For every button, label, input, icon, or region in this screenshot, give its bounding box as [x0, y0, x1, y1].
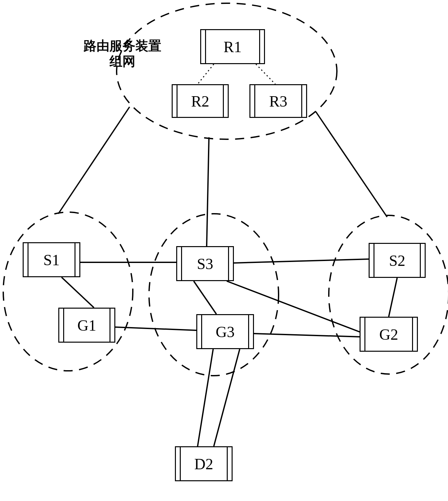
node-label: S1 — [43, 251, 60, 269]
group-ellipse-0 — [117, 3, 337, 139]
edge-dotted-R1-R2 — [198, 64, 214, 84]
node-label: G3 — [216, 323, 235, 341]
node-R3: R3 — [249, 84, 307, 118]
edge-ellipse0_bot-ellipse2_top — [207, 137, 209, 246]
title-line-0: 路由服务装置 — [84, 38, 161, 54]
node-label: R1 — [224, 38, 242, 56]
node-G1: G1 — [58, 308, 115, 343]
node-label: S3 — [197, 255, 213, 273]
node-S1: S1 — [23, 242, 80, 277]
node-R2: R2 — [172, 84, 229, 118]
edge-G3_bot_b-D2_top_b — [214, 349, 240, 446]
edge-S2_bot-G2_top — [389, 278, 397, 317]
edge-S3_right-S2_left — [234, 259, 369, 263]
group-ellipse-2 — [149, 214, 279, 376]
node-S2: S2 — [369, 243, 426, 278]
title-line-1: 组网 — [84, 54, 161, 69]
edge-S3_bot_a-G3_top_a — [194, 281, 216, 314]
node-R1: R1 — [200, 29, 265, 64]
edge-G3_right-G2_left — [254, 334, 360, 337]
edge-dotted-R1-R3 — [256, 64, 275, 84]
node-label: G2 — [379, 325, 398, 343]
node-S3: S3 — [176, 246, 234, 281]
edge-S1_bot-G1_top — [62, 277, 94, 308]
node-label: G1 — [77, 316, 97, 334]
group-ellipse-1 — [3, 212, 133, 371]
node-G2: G2 — [360, 317, 418, 352]
edge-G3_bot_a-D2_top — [198, 349, 213, 446]
node-label: S2 — [389, 252, 406, 269]
edge-ellipse0_right-ellipse3_top — [316, 112, 387, 217]
node-label: R3 — [269, 92, 287, 110]
node-D2: D2 — [175, 446, 233, 481]
node-label: R2 — [191, 92, 209, 110]
edge-ellipse0_left-ellipse1_top — [58, 107, 130, 214]
diagram-title: 路由服务装置组网 — [84, 38, 161, 69]
node-label: D2 — [194, 455, 213, 473]
node-G3: G3 — [196, 314, 254, 349]
